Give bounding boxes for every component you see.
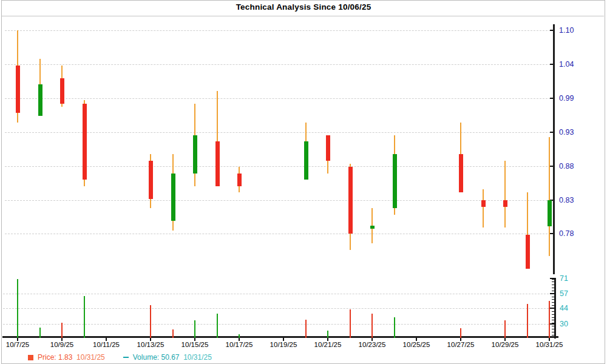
volume-axis-minor-tick [552,335,555,335]
volume-axis-minor-tick [552,297,555,297]
volume-axis-tick [550,278,555,279]
candle-body [526,235,530,269]
volume-bar [504,320,506,338]
x-tick-label: 10/29/25 [492,341,519,348]
candle-body [215,141,220,186]
legend-price-date: 10/31/25 [76,353,105,362]
volume-axis-minor-tick [552,279,555,280]
candle-body [149,161,153,199]
volume-bar [350,309,351,338]
volume-bar [527,304,528,339]
candle-body [193,135,197,174]
volume-axis-tick [550,308,555,309]
volume-bar [371,314,373,338]
price-tick-label: 1.10 [559,26,574,35]
price-legend-square-icon [28,355,33,360]
volume-axis-minor-tick [552,291,555,291]
legend: Price: 1.83 10/31/25 Volume: 50.67 10/31… [28,352,212,362]
volume-tick-label: 71 [560,274,568,283]
legend-volume-label: Volume: [133,353,159,362]
volume-bar [460,328,461,338]
volume-legend-dash-icon [123,357,129,358]
volume-bar [327,331,328,338]
x-tick-label: 10/9/25 [50,341,73,348]
x-tick-label: 10/17/25 [226,341,253,348]
price-tick-label: 0.99 [559,94,574,103]
candle-wick [504,161,506,228]
price-tick-label: 0.93 [559,128,574,136]
candle-body [503,200,507,207]
volume-axis-minor-tick [552,299,555,300]
volume-gridline [3,324,555,325]
volume-axis-minor-tick [552,311,555,312]
volume-bar [17,279,18,338]
volume-axis-minor-tick [552,305,555,306]
candle-body [326,135,330,161]
volume-bar [394,317,395,339]
volume-axis-minor-tick [552,317,555,318]
volume-bar [194,320,195,338]
volume-axis-minor-tick [552,314,555,315]
volume-bar [39,328,41,339]
x-tick-label: 10/25/25 [403,341,430,348]
price-tick-label: 0.83 [559,196,574,204]
x-tick-label: 10/21/25 [314,341,342,348]
volume-axis-minor-tick [552,285,555,285]
candle-body [459,154,463,192]
volume-axis-minor-tick [552,281,555,282]
price-axis-line [553,24,555,274]
candle-body [348,167,353,234]
x-axis-line [2,336,558,338]
candle-body [38,84,42,116]
volume-bar [217,314,218,338]
x-tick-label: 10/27/25 [447,341,475,348]
x-tick-label: 10/19/25 [270,341,297,348]
volume-bar [305,320,307,339]
volume-bar [84,296,85,339]
candle-body [60,78,64,104]
x-tick-label: 10/31/25 [536,341,563,348]
chart-title: Technical Analysis Since 10/06/25 [0,2,607,12]
candle-body [481,200,486,207]
volume-bar [172,329,174,338]
volume-gridline [3,294,555,294]
price-gridline [5,234,554,234]
candle-body [16,66,20,113]
volume-axis-minor-tick [552,326,555,326]
volume-axis-tick [550,323,555,325]
x-tick-label: 10/7/25 [6,341,29,348]
volume-bar [150,305,151,339]
price-gridline [5,200,554,201]
volume-axis-minor-tick [552,320,555,320]
volume-tick-label: 30 [560,320,568,328]
volume-axis-minor-tick [552,332,555,332]
volume-axis-tick [550,293,555,294]
volume-axis-minor-tick [552,329,555,329]
price-tick-label: 0.88 [559,162,574,170]
x-tick-label: 10/23/25 [359,341,386,348]
legend-price-value: 1.83 [58,353,72,362]
candle-wick [549,137,550,256]
legend-volume-date: 10/31/25 [183,353,212,362]
price-gridline [5,64,554,65]
volume-tick-label: 57 [560,289,568,298]
volume-bar [61,323,63,338]
candle-body [83,104,87,180]
volume-bar [239,334,240,339]
volume-axis-minor-tick [552,288,555,288]
candle-body [393,154,397,208]
price-gridline [5,166,554,167]
volume-axis-minor-tick [552,302,555,303]
price-gridline [5,98,554,99]
legend-price-label: Price: [38,353,56,362]
price-gridline [5,30,554,31]
page-border [1,0,605,364]
candle-wick [483,189,484,228]
price-tick-label: 0.78 [559,229,574,238]
volume-gridline [3,308,555,309]
candle-body [548,200,552,226]
title-separator [2,16,604,16]
candle-body [237,174,242,186]
x-tick-label: 10/15/25 [181,341,209,348]
x-tick-label: 10/13/25 [137,341,164,348]
